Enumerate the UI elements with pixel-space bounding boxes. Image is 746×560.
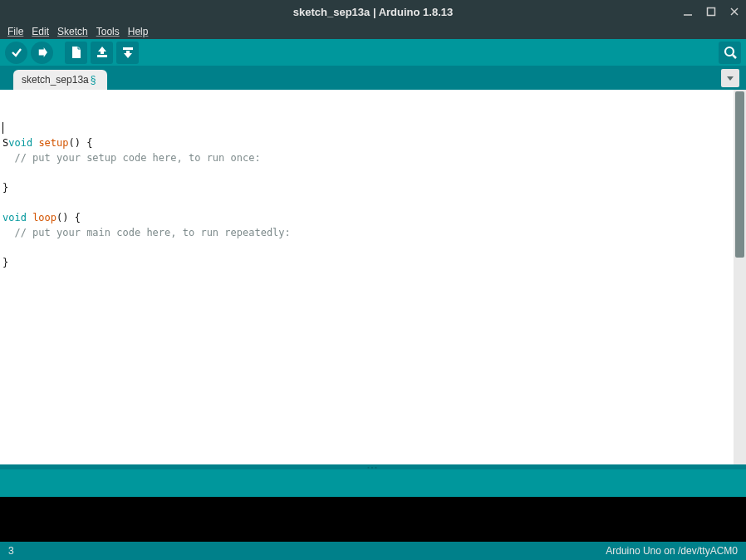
maximize-button[interactable]: [706, 7, 719, 17]
arrow-right-icon: [36, 46, 49, 59]
menu-help[interactable]: Help: [124, 26, 153, 37]
board-port-info: Arduino Uno on /dev/ttyACM0: [606, 545, 738, 557]
svg-marker-11: [727, 76, 734, 81]
editor-area: Svoid setup() { // put your setup code h…: [0, 90, 746, 464]
window-title: sketch_sep13a | Arduino 1.8.13: [293, 6, 453, 18]
save-button[interactable]: [116, 42, 139, 64]
line-number: 3: [8, 545, 14, 557]
code-line: [2, 240, 731, 255]
app-window: sketch_sep13a | Arduino 1.8.13 File Edit…: [0, 0, 746, 560]
scrollbar-thumb[interactable]: [735, 91, 744, 258]
code-line: }: [2, 180, 731, 195]
svg-marker-6: [98, 47, 106, 54]
upload-button[interactable]: [31, 42, 53, 64]
code-line: [2, 195, 731, 210]
serial-monitor-button[interactable]: [719, 42, 741, 64]
console-output[interactable]: [0, 497, 746, 542]
svg-point-9: [725, 47, 734, 56]
code-line: void loop() {: [2, 210, 731, 225]
open-button[interactable]: [91, 42, 113, 64]
verify-button[interactable]: [5, 42, 27, 64]
svg-rect-1: [708, 8, 715, 16]
svg-rect-7: [123, 47, 133, 50]
check-icon: [10, 46, 23, 59]
code-line: }: [2, 255, 731, 270]
menu-tools[interactable]: Tools: [92, 26, 124, 37]
tab-dropdown-button[interactable]: [721, 69, 739, 87]
menu-file[interactable]: File: [3, 26, 27, 37]
svg-line-10: [733, 55, 736, 58]
code-editor[interactable]: Svoid setup() { // put your setup code h…: [0, 90, 734, 464]
arrow-up-icon: [96, 46, 109, 59]
svg-rect-5: [97, 55, 107, 57]
code-line: // put your main code here, to run repea…: [2, 225, 731, 240]
menubar: File Edit Sketch Tools Help: [0, 23, 746, 39]
code-line: [2, 165, 731, 180]
tabbar: sketch_sep13a §: [0, 66, 746, 90]
svg-marker-4: [38, 47, 47, 57]
text-caret: [2, 122, 3, 134]
close-button[interactable]: [729, 7, 743, 17]
magnifier-icon: [723, 45, 738, 60]
svg-marker-8: [124, 51, 132, 58]
vertical-scrollbar[interactable]: [734, 90, 746, 464]
tab-modified-marker: §: [91, 74, 96, 86]
footer: 3 Arduino Uno on /dev/ttyACM0: [0, 542, 746, 560]
status-strip: [0, 469, 746, 497]
menu-edit[interactable]: Edit: [27, 26, 53, 37]
window-controls: [683, 0, 743, 23]
tab-active[interactable]: sketch_sep13a §: [13, 70, 107, 90]
file-icon: [70, 46, 83, 59]
arrow-down-icon: [121, 46, 135, 59]
code-line: // put your setup code here, to run once…: [2, 150, 731, 165]
menu-sketch[interactable]: Sketch: [53, 26, 92, 37]
tab-label: sketch_sep13a: [22, 74, 89, 86]
toolbar: [0, 39, 746, 66]
titlebar[interactable]: sketch_sep13a | Arduino 1.8.13: [0, 0, 746, 23]
new-button[interactable]: [65, 42, 87, 64]
code-line: Svoid setup() {: [2, 135, 731, 150]
chevron-down-icon: [725, 73, 735, 83]
minimize-button[interactable]: [683, 7, 696, 17]
